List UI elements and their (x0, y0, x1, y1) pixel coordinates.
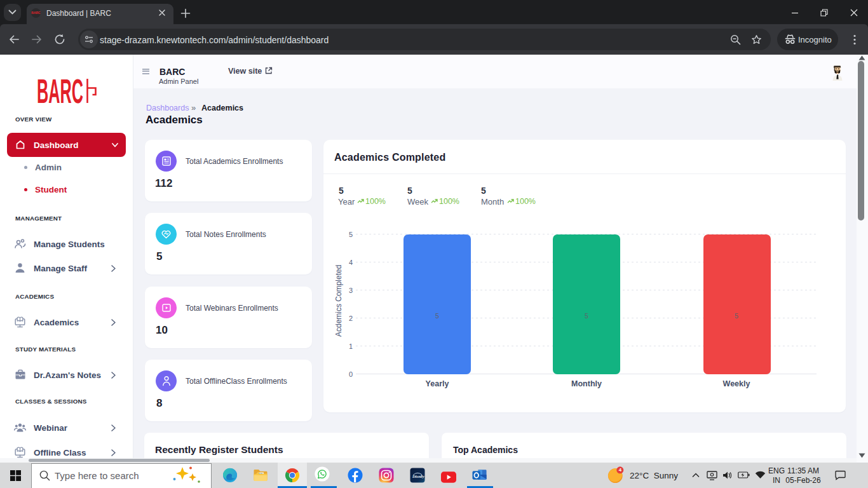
svg-text:BARC: BARC (37, 75, 83, 107)
svg-text:+: + (421, 473, 423, 477)
svg-text:4: 4 (619, 467, 622, 473)
